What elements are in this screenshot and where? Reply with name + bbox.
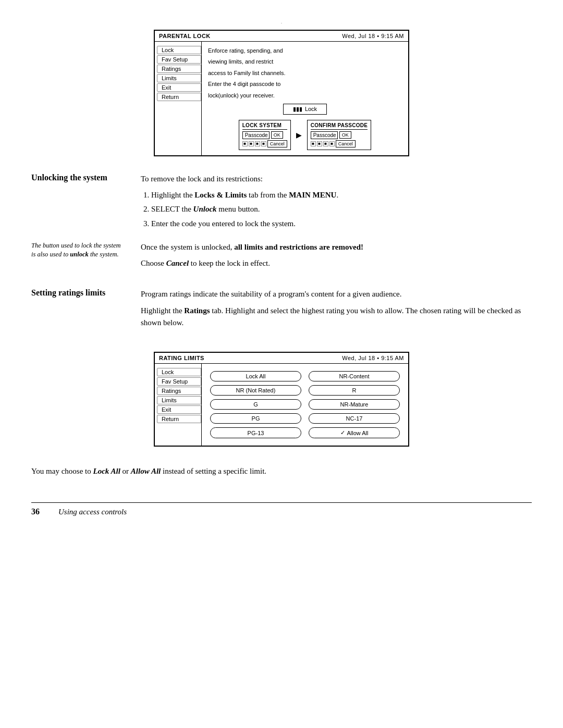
confirm-passcode-input[interactable]: Passcode (311, 131, 338, 139)
dot3: ■ (255, 141, 260, 146)
btn-pg13[interactable]: PG-13 (210, 427, 301, 438)
cdot4: ■ (329, 141, 335, 146)
page-wrapper: · PARENTAL LOCK Wed, Jul 18 • 9:15 AM Lo… (31, 21, 532, 516)
lock-system-fields: Passcode OK (242, 131, 287, 139)
lock-all-bold-italic: Lock All (93, 467, 120, 475)
locks-limits-bold: Locks & Limits (194, 191, 247, 199)
rating-heading: Setting ratings limits (31, 288, 141, 333)
page-footer: 36 Using access controls (31, 502, 532, 516)
btn-lock-all[interactable]: Lock All (210, 371, 301, 381)
passcode-row: LOCK SYSTEM Passcode OK ■ ■ ■ ■ Cancel (208, 120, 402, 150)
lock-cancel-btn[interactable]: Cancel (267, 140, 287, 147)
screenshot-header: PARENTAL LOCK Wed, Jul 18 • 9:15 AM (155, 31, 408, 42)
lock-dots: ■ ■ ■ ■ Cancel (242, 140, 287, 147)
lock-ok-btn[interactable]: OK (271, 131, 283, 139)
lock-button[interactable]: ▮▮▮ Lock (283, 104, 327, 115)
confirm-ok-btn[interactable]: OK (339, 131, 351, 139)
lock-system-box: LOCK SYSTEM Passcode OK ■ ■ ■ ■ Cancel (239, 120, 291, 150)
allow-all-label: Allow All (347, 430, 369, 436)
unlock-note-row: The button used to lock the system is al… (31, 241, 532, 274)
cdot3: ■ (323, 141, 328, 146)
unlock-word: unlock (70, 251, 88, 258)
menu-item-limits[interactable]: Limits (157, 74, 201, 82)
lock-icon: ▮▮▮ (293, 106, 302, 113)
dot4: ■ (261, 141, 266, 146)
btn-r[interactable]: R (309, 385, 400, 396)
screenshot-body: Lock Fav Setup Ratings Limits Exit Retur… (155, 42, 408, 155)
after-unlock-text2: Choose Cancel to keep the lock in effect… (141, 257, 532, 269)
rating-menu-return[interactable]: Return (157, 415, 201, 423)
limits-removed-bold: all limits and restrictions are removed! (234, 243, 363, 251)
btn-g[interactable]: G (210, 399, 301, 410)
rating-para1: Program ratings indicate the suitability… (141, 288, 532, 300)
main-content: Unlocking the system To remove the lock … (31, 173, 532, 478)
rating-content: Lock Fav Setup Ratings Limits Exit Retur… (155, 364, 408, 446)
desc-line4: Enter the 4 digit passcode to (208, 80, 402, 88)
side-note-line2-suffix: the system. (89, 251, 119, 258)
desc-line3: access to Family list channels. (208, 69, 402, 77)
menu-item-ratings[interactable]: Ratings (157, 65, 201, 73)
after-unlock-text1: Once the system is unlocked, all limits … (141, 241, 532, 253)
rating-limits-datetime: Wed, Jul 18 • 9:15 AM (342, 355, 404, 361)
menu-item-lock[interactable]: Lock (157, 46, 201, 54)
footer-text: Using access controls (58, 508, 127, 516)
rating-menu-limits[interactable]: Limits (157, 396, 201, 404)
btn-nr-not-rated[interactable]: NR (Not Rated) (210, 385, 301, 396)
menu-item-return[interactable]: Return (157, 93, 201, 101)
menu-item-exit[interactable]: Exit (157, 83, 201, 92)
parental-lock-datetime: Wed, Jul 18 • 9:15 AM (342, 33, 404, 39)
cdot1: ■ (311, 141, 316, 146)
rating-screenshot-center: RATING LIMITS Wed, Jul 18 • 9:15 AM Lock… (31, 342, 532, 459)
rating-menu-fav[interactable]: Fav Setup (157, 377, 201, 386)
confirm-cancel-btn[interactable]: Cancel (336, 140, 356, 147)
step-2: SELECT the Unlock menu button. (151, 203, 532, 215)
lock-passcode-input[interactable]: Passcode (242, 131, 270, 139)
main-menu-bold: MAIN MENU (289, 191, 336, 199)
side-note-line1: The button used to lock the system (31, 242, 121, 249)
btn-nr-mature[interactable]: NR-Mature (309, 399, 400, 410)
unlocking-heading: Unlocking the system (31, 173, 141, 232)
rating-menu-exit[interactable]: Exit (157, 405, 201, 414)
top-dot: · (31, 21, 532, 26)
cdot2: ■ (317, 141, 322, 146)
ratings-tab-bold: Ratings (184, 306, 210, 315)
rating-para2: Highlight the Ratings tab. Highlight and… (141, 305, 532, 329)
rating-grid: Lock All NR-Content NR (Not Rated) R G N… (202, 364, 408, 446)
after-unlock-body: Once the system is unlocked, all limits … (141, 241, 532, 274)
confirm-dots: ■ ■ ■ ■ Cancel (311, 140, 368, 147)
step-1: Highlight the Locks & Limits tab from th… (151, 189, 532, 201)
confirm-passcode-box: CONFIRM PASSCODE Passcode OK ■ ■ ■ ■ Can… (307, 120, 372, 150)
dot2: ■ (249, 141, 254, 146)
parental-lock-title: PARENTAL LOCK (159, 33, 211, 39)
btn-pg[interactable]: PG (210, 413, 301, 424)
cancel-bold-italic: Cancel (166, 259, 189, 267)
rating-sidebar: Lock Fav Setup Ratings Limits Exit Retur… (155, 364, 202, 446)
step-3: Enter the code you entered to lock the s… (151, 218, 532, 230)
rating-menu-lock[interactable]: Lock (157, 368, 201, 376)
parental-lock-content: Enforce rating, spending, and viewing li… (202, 42, 408, 155)
unlocking-section-row: Unlocking the system To remove the lock … (31, 173, 532, 232)
allow-all-check: ✓ (340, 429, 345, 436)
btn-nr-content[interactable]: NR-Content (309, 371, 400, 381)
side-note: The button used to lock the system is al… (31, 241, 141, 274)
page-number: 36 (31, 507, 58, 516)
unlocking-intro: To remove the lock and its restrictions: (141, 173, 532, 185)
allow-all-bold-italic: Allow All (131, 467, 161, 475)
desc-line2: viewing limits, and restrict (208, 58, 402, 66)
rating-menu-ratings[interactable]: Ratings (157, 387, 201, 395)
unlocking-steps: Highlight the Locks & Limits tab from th… (151, 189, 532, 230)
menu-item-fav-setup[interactable]: Fav Setup (157, 55, 201, 64)
rating-section-row: Setting ratings limits Program ratings i… (31, 288, 532, 333)
btn-nc17[interactable]: NC-17 (309, 413, 400, 424)
btn-allow-all[interactable]: ✓ Allow All (309, 427, 400, 438)
confirm-passcode-fields: Passcode OK (311, 131, 368, 139)
parental-lock-screenshot: PARENTAL LOCK Wed, Jul 18 • 9:15 AM Lock… (154, 30, 409, 156)
confirm-passcode-title: CONFIRM PASSCODE (311, 122, 368, 130)
lock-btn-label: Lock (305, 106, 317, 112)
desc-line1: Enforce rating, spending, and (208, 47, 402, 55)
rating-body: Program ratings indicate the suitability… (141, 288, 532, 333)
rating-limits-screenshot: RATING LIMITS Wed, Jul 18 • 9:15 AM Lock… (154, 352, 409, 447)
rating-limits-header: RATING LIMITS Wed, Jul 18 • 9:15 AM (155, 353, 408, 364)
rating-limits-title: RATING LIMITS (159, 355, 204, 361)
rating-footer-para: You may choose to Lock All or Allow All … (31, 465, 532, 477)
